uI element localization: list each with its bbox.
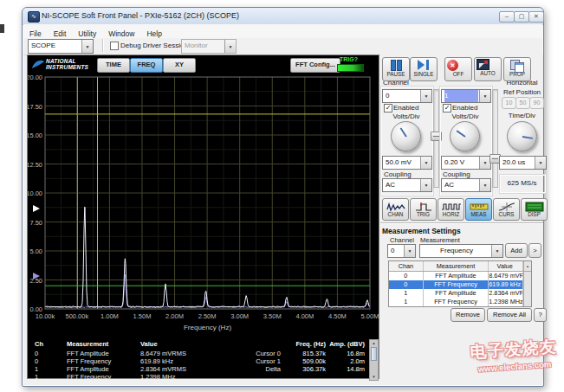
cell-measurement: FFT Frequency [424, 280, 489, 289]
auto-button[interactable]: AUTO [474, 57, 502, 81]
channel1-coupling-select[interactable]: AC▼ [441, 178, 491, 192]
fft-config-button[interactable]: FFT Config... [290, 58, 340, 73]
view-tab-freq[interactable]: FREQ [130, 58, 163, 73]
x-axis-label: Frequency (Hz) [184, 324, 231, 331]
measurement-row[interactable]: 0FFT Frequency619.89 kHz [389, 280, 531, 289]
maximize-button[interactable]: ▢ [514, 11, 529, 22]
cursor-label: Cursor 0 [227, 350, 281, 357]
panel-tab-curs[interactable]: CURS [493, 198, 520, 221]
dropdown-arrow-icon[interactable]: ▼ [535, 157, 546, 169]
dropdown-arrow-icon[interactable]: ▼ [491, 245, 502, 257]
curs-icon [494, 200, 519, 211]
panel-tab-meas[interactable]: MEAS [465, 198, 492, 221]
row-channel: 1 [35, 365, 38, 373]
panel-tab-chan[interactable]: CHAN [382, 198, 409, 221]
sample-rate-value: 625 MS/s [499, 179, 545, 187]
dropdown-arrow-icon[interactable]: ▼ [404, 245, 415, 257]
dropdown-arrow-icon[interactable]: ▼ [420, 157, 431, 169]
table-scrollbar-top[interactable]: ▲ [523, 261, 531, 271]
y-tick-label: 7.50 [29, 219, 42, 227]
results-table: Ch Measurement Value Freq. (Hz) Amp. (dB… [28, 339, 379, 379]
menu-window[interactable]: Window [102, 28, 140, 38]
single-button[interactable]: SINGLE [410, 57, 438, 81]
table-scrollbar[interactable] [523, 280, 531, 289]
toolbar: SCOPE ▼ Debug Driver Session Monitor ▼ [23, 38, 542, 55]
spectrum-plot[interactable]: 0.002.505.007.5010.0012.5015.0017.5020.0… [28, 74, 379, 334]
view-tab-xy[interactable]: XY [163, 58, 196, 73]
panel-tab-trig[interactable]: TRIG [410, 198, 437, 221]
add-measurement-button[interactable]: Add [505, 243, 528, 258]
menu-utility[interactable]: Utility [72, 28, 102, 38]
ref-position-10-button: 10 [502, 97, 516, 109]
panel-tab-horiz[interactable]: HORIZ [438, 198, 464, 221]
help-button[interactable]: ? [534, 308, 547, 322]
channel0-voltsdiv-select[interactable]: 50.0 mV▼ [382, 156, 432, 170]
view-tab-time[interactable]: TIME [97, 58, 130, 73]
meas-channel-label: Channel [390, 236, 414, 244]
title-bar[interactable]: ∿ NI-SCOPE Soft Front Panel - PXIe-5162 … [23, 8, 543, 25]
meas-channel-select[interactable]: 0▼ [387, 244, 416, 258]
scrollbar-thumb[interactable] [371, 347, 377, 361]
channel0-voltsdiv-knob[interactable] [391, 121, 421, 151]
menu-file[interactable]: File [23, 28, 48, 38]
close-button[interactable]: ✕ [528, 11, 544, 22]
table-scrollbar[interactable] [523, 289, 531, 298]
table-scrollbar[interactable] [523, 298, 531, 306]
dropdown-arrow-icon[interactable]: ▼ [479, 90, 490, 102]
panel-tab-disp[interactable]: DISP [521, 198, 548, 221]
scope-display: NATIONAL INSTRUMENTS FFT Config... TRIG?… [27, 55, 379, 379]
channel0-enabled-checkbox[interactable]: ✓ [384, 104, 392, 112]
channel1-voltsdiv-knob[interactable] [450, 121, 480, 151]
dropdown-arrow-icon[interactable]: ▼ [420, 90, 431, 102]
dropdown-arrow-icon[interactable]: ▼ [81, 40, 93, 53]
cell-chan: 0 [389, 280, 424, 289]
remove-all-button[interactable]: Remove All [487, 308, 532, 322]
channel1-select[interactable]: 1▼ [441, 89, 491, 103]
measurement-row[interactable]: 0FFT Amplitude8.6479 mVRMS [389, 272, 531, 280]
toolbar-separator [102, 39, 103, 52]
x-tick-label: 10.00k [36, 312, 55, 320]
measurement-row[interactable]: 1FFT Amplitude2.8364 mVRMS [389, 289, 531, 298]
menu-help[interactable]: Help [140, 28, 167, 38]
table-scrollbar[interactable] [523, 272, 531, 280]
measurement-row[interactable]: 1FFT Frequency1.2398 MHz [389, 298, 531, 306]
debug-session-checkbox[interactable] [110, 42, 119, 50]
prop-button[interactable]: PROP [503, 57, 531, 81]
menu-edit[interactable]: Edit [48, 28, 73, 38]
dropdown-arrow-icon[interactable]: ▼ [420, 179, 431, 191]
meas-icon [466, 200, 491, 211]
results-header-freq: Freq. (Hz) [288, 340, 326, 348]
more-measurement-button[interactable]: > [528, 243, 541, 258]
minimize-button[interactable]: – [499, 11, 515, 22]
cursor-freq: 815.37k [288, 350, 326, 357]
single-button-label: SINGLE [411, 71, 437, 77]
results-header-value: Value [140, 340, 158, 348]
channel0-coupling-select[interactable]: AC▼ [382, 178, 432, 192]
off-button[interactable]: OFF [444, 57, 472, 81]
dropdown-arrow-icon[interactable]: ▼ [479, 179, 490, 191]
auto-button-label: AUTO [475, 70, 501, 76]
trigger-status-label: TRIG? [340, 56, 358, 62]
channel-0-marker[interactable] [33, 205, 40, 212]
row-measurement: FFT Amplitude [67, 350, 109, 357]
pause-button[interactable]: PAUSE [382, 57, 410, 81]
timediv-select[interactable]: 20.0 us▼ [499, 156, 547, 170]
device-select[interactable]: SCOPE ▼ [28, 39, 94, 54]
channel0-position-slider[interactable] [433, 89, 439, 188]
channel0-select[interactable]: 0▼ [382, 89, 432, 103]
channel1-enabled-checkbox[interactable]: ✓ [443, 104, 451, 112]
channel1-voltsdiv-select[interactable]: 0.20 V▼ [441, 156, 491, 170]
header-cell: Chan [389, 261, 424, 271]
results-scrollbar[interactable]: ▲ ▼ [369, 339, 379, 381]
channel0-voltsdiv-label: Volts/Div [380, 112, 432, 120]
remove-button[interactable]: Remove [451, 308, 485, 322]
disp-icon [522, 200, 547, 211]
meas-measurement-select[interactable]: Frequency▼ [419, 244, 503, 258]
cursor-label: Delta [227, 365, 281, 373]
cell-chan: 0 [389, 272, 424, 280]
channel0-enabled-label: Enabled [393, 104, 418, 112]
channel1-position-slider[interactable] [492, 89, 498, 188]
scroll-down-icon[interactable]: ▼ [370, 374, 378, 380]
scroll-up-icon[interactable]: ▲ [370, 340, 378, 346]
timediv-knob[interactable] [507, 121, 537, 151]
